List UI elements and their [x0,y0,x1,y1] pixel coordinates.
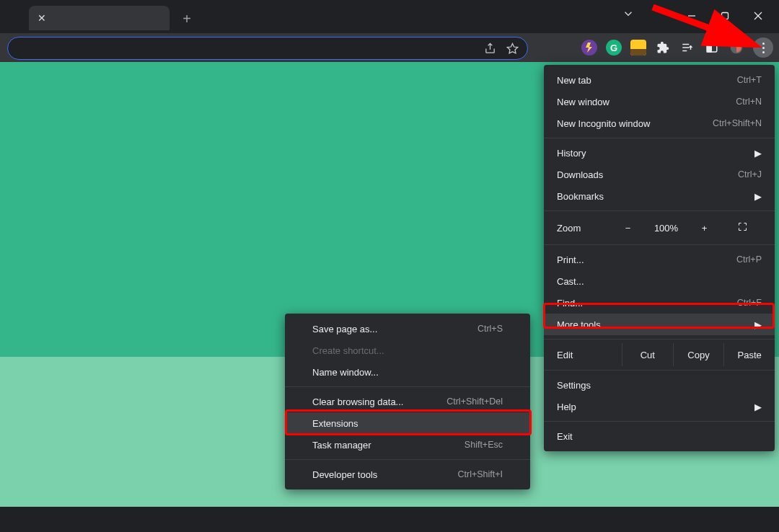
menu-new-window[interactable]: New window Ctrl+N [544,91,775,112]
zoom-in-button[interactable]: + [685,223,723,234]
zoom-out-button[interactable]: − [609,223,647,234]
window-controls [675,0,775,32]
menu-separator [544,210,775,211]
menu-new-incognito[interactable]: New Incognito window Ctrl+Shift+N [544,112,775,134]
submenu-name-window[interactable]: Name window... [285,361,530,383]
menu-separator [544,244,775,245]
menu-separator [544,138,775,138]
submenu-arrow-icon: ▶ [754,191,762,202]
menu-cast[interactable]: Cast... [544,270,775,292]
svg-rect-1 [722,13,729,19]
svg-marker-5 [507,43,517,53]
submenu-extensions[interactable]: Extensions [285,412,530,434]
address-bar[interactable] [7,37,528,60]
submenu-save-page[interactable]: Save page as... Ctrl+S [285,318,530,340]
menu-label: New tab [557,75,591,86]
menu-separator [544,339,775,340]
menu-find[interactable]: Find... Ctrl+F [544,292,775,314]
menu-bookmarks[interactable]: Bookmarks ▶ [544,185,775,207]
share-icon[interactable] [484,43,496,55]
bottom-bar [0,507,779,532]
svg-marker-6 [586,43,592,53]
menu-settings[interactable]: Settings [544,374,775,396]
edit-paste-button[interactable]: Paste [723,343,775,366]
menu-new-tab[interactable]: New tab Ctrl+T [544,69,775,91]
menu-edit: Edit Cut Copy Paste [544,343,775,366]
edit-copy-button[interactable]: Copy [673,343,724,366]
extensions-puzzle-icon[interactable] [655,40,671,56]
chrome-menu-button[interactable] [753,37,773,58]
close-tab-icon[interactable]: ✕ [35,11,49,25]
fullscreen-icon[interactable] [723,221,762,234]
bookmark-star-icon[interactable] [506,43,519,55]
side-panel-icon[interactable] [704,40,720,56]
toolbar: G [0,33,779,62]
menu-separator [544,421,775,422]
menu-zoom: Zoom − 100% + [544,215,775,241]
menu-exit[interactable]: Exit [544,425,775,447]
tab-strip: ✕ + [0,0,779,33]
submenu-create-shortcut: Create shortcut... [285,340,530,361]
extension-icon-3[interactable] [630,40,646,56]
more-tools-submenu: Save page as... Ctrl+S Create shortcut..… [285,314,530,489]
menu-separator [285,459,530,460]
menu-separator [285,386,530,387]
menu-downloads[interactable]: Downloads Ctrl+J [544,164,775,185]
minimize-button[interactable] [675,4,708,28]
menu-more-tools[interactable]: More tools ▶ [544,314,775,335]
submenu-clear-browsing[interactable]: Clear browsing data... Ctrl+Shift+Del [285,391,530,412]
menu-history[interactable]: History ▶ [544,142,775,164]
new-tab-button[interactable]: + [177,9,197,29]
tab-search-chevron-icon[interactable] [622,7,635,23]
close-window-button[interactable] [741,4,775,28]
menu-print[interactable]: Print... Ctrl+P [544,249,775,270]
menu-separator [544,370,775,371]
menu-shortcut: Ctrl+T [737,75,762,85]
extension-icons: G [581,33,773,62]
submenu-arrow-icon: ▶ [754,319,762,330]
maximize-button[interactable] [708,4,741,28]
submenu-developer-tools[interactable]: Developer tools Ctrl+Shift+I [285,464,530,485]
extension-icon-grammarly[interactable]: G [606,40,622,56]
submenu-arrow-icon: ▶ [754,148,762,159]
browser-tab[interactable]: ✕ [29,6,170,30]
zoom-value: 100% [647,223,685,234]
submenu-arrow-icon: ▶ [754,402,762,412]
profile-avatar-icon[interactable] [729,40,744,56]
submenu-task-manager[interactable]: Task manager Shift+Esc [285,434,530,456]
edit-cut-button[interactable]: Cut [622,343,673,366]
svg-rect-11 [707,43,711,52]
browser-window: ✕ + [0,0,779,532]
reading-list-icon[interactable] [679,40,695,56]
extension-icon-1[interactable] [581,40,597,56]
menu-help[interactable]: Help ▶ [544,396,775,417]
chrome-main-menu: New tab Ctrl+T New window Ctrl+N New Inc… [544,65,775,451]
